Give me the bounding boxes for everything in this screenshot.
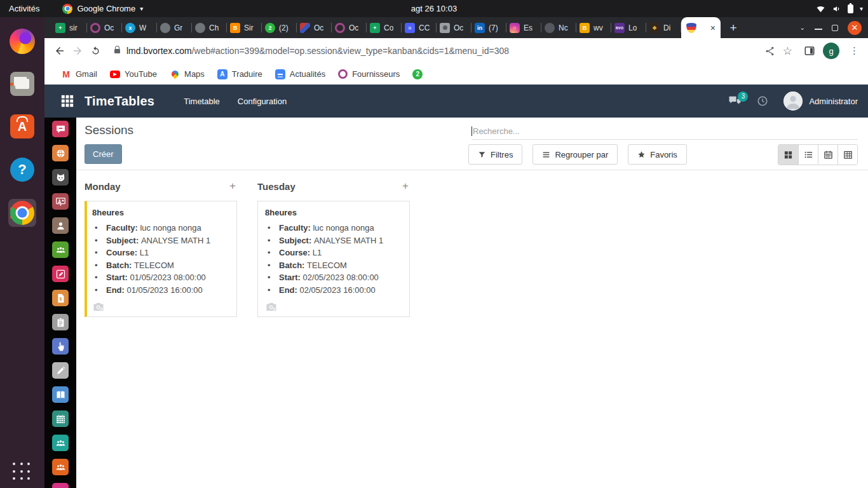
bookmark-youtube[interactable]: YouTube (105, 67, 162, 81)
tab[interactable]: Oc (437, 17, 471, 38)
tab[interactable]: BVOLo (611, 17, 646, 38)
maximize-button[interactable] (832, 25, 838, 31)
tab[interactable]: xW (122, 17, 156, 38)
sidebar-app-team-teal[interactable] (52, 435, 69, 451)
tab-strip: +sirOcxWGrChBSir2(2)OcOc+Co≡CCOcin(7)○Es… (44, 17, 868, 38)
sidebar-app-cat-app[interactable] (52, 169, 69, 186)
filter-button[interactable]: Filtres (468, 144, 522, 165)
tab[interactable]: +Co (367, 17, 401, 38)
sidebar-app-billing[interactable]: $ (52, 290, 69, 306)
tab-active[interactable]: × (681, 17, 721, 38)
card-field-subject: Subject: ANALYSE MATH 1 (265, 234, 402, 247)
sidebar-app-app-partial[interactable] (52, 483, 69, 488)
tab-title: (7) (489, 24, 498, 32)
search-input[interactable]: Recherche... (471, 123, 858, 140)
sidebar-app-point-of-sale[interactable] (52, 338, 69, 355)
tab[interactable]: ≡CC (402, 17, 436, 38)
messages-button[interactable]: 3 (728, 96, 742, 107)
bookmark-traduire[interactable]: ATraduire (212, 67, 268, 82)
field-label: Batch: (279, 261, 307, 270)
field-label: End: (279, 285, 300, 295)
sidebar-app-clipboard[interactable] (52, 314, 69, 330)
sidebar-app-employees[interactable] (52, 217, 69, 234)
group-button[interactable]: Regrouper par (532, 144, 618, 165)
card-field-course: Course: L1 (92, 247, 229, 259)
bookmark-star-icon[interactable]: ☆ (783, 44, 792, 58)
apps-menu-icon[interactable] (60, 94, 74, 108)
back-button[interactable] (51, 42, 69, 60)
bookmark-actualités[interactable]: Actualités (270, 67, 330, 82)
sidebar-app-contacts[interactable] (52, 145, 69, 161)
dock-chrome[interactable] (8, 199, 36, 227)
lock-icon[interactable] (114, 49, 120, 53)
pivot-view-icon (843, 150, 853, 159)
sidebar-app-presentation[interactable] (52, 193, 69, 210)
tab[interactable]: Oc (297, 17, 331, 38)
tab-search-icon[interactable]: ⌄ (800, 24, 805, 31)
menu-configuration[interactable]: Configuration (238, 97, 287, 106)
view-kanban-button[interactable] (778, 145, 798, 165)
bookmark-fournisseurs[interactable]: Fournisseurs (333, 67, 405, 81)
address-bar[interactable]: lmd.bvortex.com/web#action=399&model=op.… (113, 41, 757, 60)
add-record-icon[interactable]: + (401, 180, 410, 193)
profile-avatar[interactable]: g (823, 43, 839, 59)
sidebar-app-members[interactable] (52, 241, 69, 258)
create-button[interactable]: Créer (85, 144, 122, 164)
bookmark-badge[interactable]: 2 (407, 67, 428, 82)
sidebar-app-knowledge[interactable] (52, 386, 69, 403)
dock-files[interactable] (8, 70, 36, 98)
close-window-button[interactable]: ✕ (848, 21, 862, 35)
bookmark-gmail[interactable]: MGmail (56, 67, 102, 82)
bookmark-maps[interactable]: Maps (165, 67, 210, 82)
kanban-card[interactable]: 8heuresFaculty: luc nonga nongaSubject: … (85, 201, 237, 317)
tab[interactable]: Gr (157, 17, 191, 38)
card-field-course: Course: L1 (265, 247, 402, 259)
tab-close-icon[interactable]: × (710, 24, 715, 32)
app-brand[interactable]: TimeTables (85, 94, 154, 109)
user-menu[interactable]: Administrator (783, 92, 858, 111)
tab[interactable]: Oc (332, 17, 366, 38)
tab[interactable]: BSir (227, 17, 261, 38)
dock-ubuntu-software[interactable]: A (8, 112, 36, 140)
activities-clock-icon[interactable] (757, 95, 768, 107)
forward-button[interactable] (69, 42, 86, 60)
tab[interactable]: Bwv (576, 17, 611, 38)
sidebar-app-editor[interactable] (52, 362, 69, 379)
show-applications-button[interactable] (13, 463, 32, 482)
view-calendar-button[interactable] (818, 145, 837, 165)
sidebar-app-team-orange[interactable] (52, 459, 69, 475)
view-pivot-button[interactable] (837, 145, 857, 165)
tab[interactable]: ○Es (506, 17, 541, 38)
filter-button-label: Regrouper par (555, 150, 608, 159)
activities-button[interactable]: Activités (0, 0, 48, 17)
browser-menu-icon[interactable]: ⋮ (847, 45, 862, 57)
badge-icon: 2 (412, 69, 423, 79)
tab[interactable]: Oc (87, 17, 121, 38)
minimize-button[interactable] (815, 22, 822, 34)
star-button[interactable]: Favoris (628, 144, 687, 165)
tab[interactable]: in(7) (471, 17, 506, 38)
tab[interactable]: +sir (52, 17, 86, 38)
new-tab-button[interactable]: + (724, 19, 742, 37)
sidebar-app-timetable[interactable] (52, 410, 69, 427)
tab[interactable]: 2(2) (262, 17, 296, 38)
clock[interactable]: agt 26 10:03 (411, 0, 457, 17)
dock-firefox[interactable] (8, 27, 36, 55)
tab[interactable]: Ch (192, 17, 226, 38)
sidebar-app-discuss[interactable] (52, 121, 69, 137)
tab[interactable]: Nc (541, 17, 576, 38)
view-list-button[interactable] (798, 145, 818, 165)
app-menu[interactable]: Google Chrome ▾ (62, 4, 143, 14)
tab-favicon (195, 23, 205, 33)
tab[interactable]: ◆Di (646, 17, 681, 38)
add-record-icon[interactable]: + (228, 180, 237, 193)
menu-timetable[interactable]: Timetable (184, 97, 220, 106)
dock-help[interactable]: ? (8, 156, 36, 184)
side-panel-icon[interactable] (804, 45, 815, 57)
status-tray[interactable]: ▾ (816, 0, 863, 17)
kanban-card[interactable]: 8heuresFaculty: luc nonga nongaSubject: … (257, 201, 410, 317)
reload-button[interactable] (86, 42, 104, 60)
sidebar-app-notes[interactable] (52, 266, 69, 282)
camera-placeholder-icon (92, 301, 105, 311)
share-icon[interactable] (764, 46, 775, 57)
